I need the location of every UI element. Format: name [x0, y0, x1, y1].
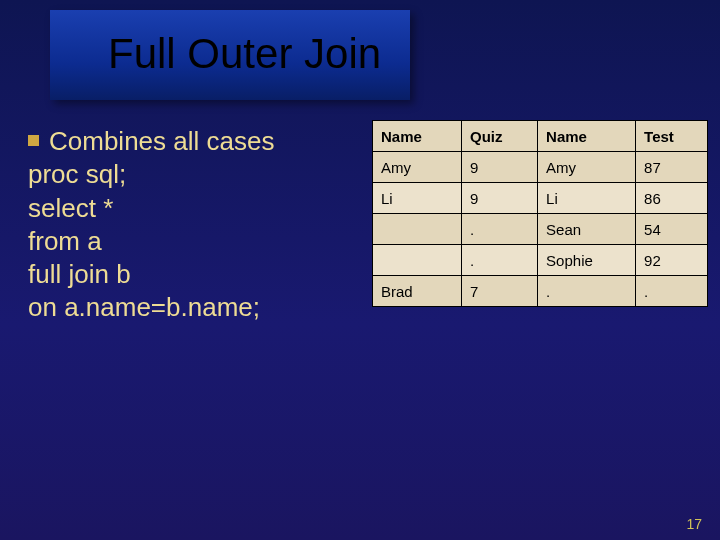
cell: 92 [636, 245, 708, 276]
result-table: Name Quiz Name Test Amy 9 Amy 87 Li 9 Li [372, 120, 708, 307]
code-line-2: select * [28, 192, 358, 225]
cell: Amy [373, 152, 462, 183]
cell: . [636, 276, 708, 307]
cell: Li [538, 183, 636, 214]
body-text-block: Combines all cases proc sql; select * fr… [28, 125, 358, 325]
cell: Amy [538, 152, 636, 183]
code-line-4: full join b [28, 258, 358, 291]
slide: Full Outer Join Combines all cases proc … [0, 0, 720, 540]
cell: 9 [461, 152, 537, 183]
bullet-text: Combines all cases [49, 125, 274, 158]
cell: . [461, 245, 537, 276]
slide-title: Full Outer Join [108, 30, 381, 78]
cell: 86 [636, 183, 708, 214]
col-header-name-a: Name [373, 121, 462, 152]
cell: . [461, 214, 537, 245]
cell: . [538, 276, 636, 307]
table-row: Li 9 Li 86 [373, 183, 708, 214]
cell: Brad [373, 276, 462, 307]
code-line-1: proc sql; [28, 158, 358, 191]
table-row: Amy 9 Amy 87 [373, 152, 708, 183]
bullet-square-icon [28, 135, 39, 146]
cell: 54 [636, 214, 708, 245]
table-row: . Sophie 92 [373, 245, 708, 276]
col-header-name-b: Name [538, 121, 636, 152]
cell [373, 245, 462, 276]
col-header-quiz: Quiz [461, 121, 537, 152]
result-table-wrap: Name Quiz Name Test Amy 9 Amy 87 Li 9 Li [372, 120, 708, 307]
cell [373, 214, 462, 245]
table-row: Brad 7 . . [373, 276, 708, 307]
cell: Sean [538, 214, 636, 245]
code-line-3: from a [28, 225, 358, 258]
page-number: 17 [686, 516, 702, 532]
cell: 7 [461, 276, 537, 307]
cell: 9 [461, 183, 537, 214]
code-line-5: on a.name=b.name; [28, 291, 358, 324]
table-row: . Sean 54 [373, 214, 708, 245]
cell: Li [373, 183, 462, 214]
bullet-line: Combines all cases [28, 125, 358, 158]
cell: Sophie [538, 245, 636, 276]
cell: 87 [636, 152, 708, 183]
col-header-test: Test [636, 121, 708, 152]
table-header-row: Name Quiz Name Test [373, 121, 708, 152]
